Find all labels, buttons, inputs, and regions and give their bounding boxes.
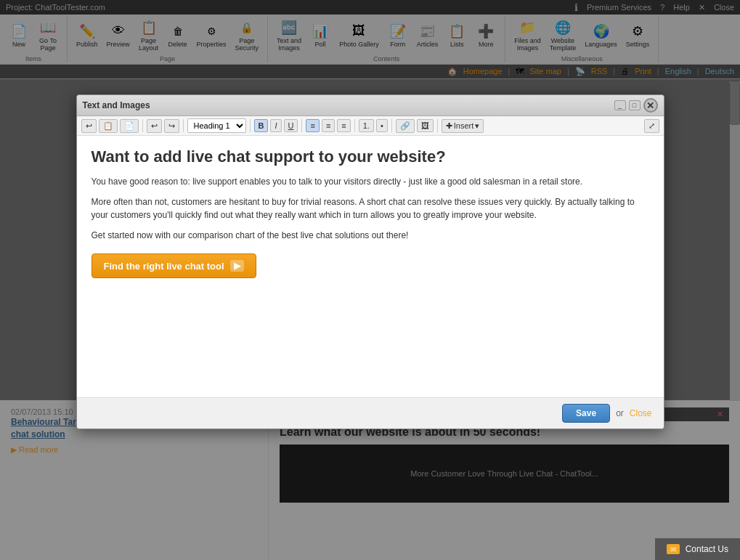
modal-title: Text and Images xyxy=(83,100,150,110)
modal-controls: _ □ ✕ xyxy=(614,98,658,113)
align-left-button[interactable]: ≡ xyxy=(306,119,319,132)
align-right-button[interactable]: ≡ xyxy=(337,119,350,132)
toolbar-separator-2 xyxy=(183,119,184,132)
toolbar-separator-6 xyxy=(391,119,392,132)
editor-content[interactable]: Want to add live chat support to your we… xyxy=(77,136,664,397)
contact-label: Contact Us xyxy=(686,544,728,554)
unordered-list-button[interactable]: • xyxy=(376,119,388,132)
close-footer-link[interactable]: Close xyxy=(630,408,652,418)
content-paragraph-1: You have good reason to: live support en… xyxy=(92,175,649,188)
modal-footer: Save or Close xyxy=(77,397,664,429)
cta-arrow-icon: ▶ xyxy=(230,260,244,272)
content-heading: Want to add live chat support to your we… xyxy=(92,147,649,166)
contact-icon: ✉ xyxy=(667,544,680,554)
modal-maximize-button[interactable]: □ xyxy=(629,100,641,110)
contact-us-button[interactable]: ✉ Contact Us xyxy=(655,538,740,560)
italic-button[interactable]: I xyxy=(270,119,281,132)
toolbar-separator-3 xyxy=(250,119,251,132)
toolbar-separator-4 xyxy=(301,119,302,132)
redo2-button[interactable]: ↪ xyxy=(164,119,179,133)
toolbar-separator-1 xyxy=(142,119,143,132)
modal-close-button[interactable]: ✕ xyxy=(643,98,658,113)
ordered-list-button[interactable]: 1. xyxy=(359,119,374,132)
redo-button[interactable]: ↩ xyxy=(147,119,162,133)
undo2-button[interactable]: 📋 xyxy=(99,119,118,133)
format-select[interactable]: Heading 1 Heading 2 Heading 3 Normal xyxy=(187,118,246,133)
text-images-modal: Text and Images _ □ ✕ ↩ 📋 📄 ↩ ↪ Heading … xyxy=(76,94,664,429)
modal-overlay: Text and Images _ □ ✕ ↩ 📋 📄 ↩ ↪ Heading … xyxy=(0,0,740,560)
insert-icon: ✚ xyxy=(446,121,452,131)
modal-minimize-button[interactable]: _ xyxy=(614,100,626,110)
insert-label: Insert xyxy=(454,121,474,130)
cta-button-label: Find the right live chat tool xyxy=(104,261,224,272)
link-button[interactable]: 🔗 xyxy=(396,119,415,133)
editor-toolbar: ↩ 📋 📄 ↩ ↪ Heading 1 Heading 2 Heading 3 … xyxy=(77,116,664,136)
underline-button[interactable]: U xyxy=(284,119,298,132)
image-button[interactable]: 🖼 xyxy=(417,119,434,132)
content-paragraph-3: Get started now with our comparison char… xyxy=(92,229,649,242)
undo-button[interactable]: ↩ xyxy=(81,119,97,133)
copy-button[interactable]: 📄 xyxy=(120,119,139,133)
modal-title-bar: Text and Images _ □ ✕ xyxy=(77,95,664,116)
expand-button[interactable]: ⤢ xyxy=(644,119,659,133)
insert-arrow-icon: ▾ xyxy=(475,121,479,131)
align-center-button[interactable]: ≡ xyxy=(322,119,335,132)
save-button[interactable]: Save xyxy=(562,404,610,423)
or-label: or xyxy=(616,408,624,418)
content-paragraph-2: More often than not, customers are hesit… xyxy=(92,195,649,222)
insert-button[interactable]: ✚ Insert ▾ xyxy=(442,119,484,133)
toolbar-separator-7 xyxy=(437,119,438,132)
toolbar-separator-5 xyxy=(354,119,355,132)
cta-button[interactable]: Find the right live chat tool ▶ xyxy=(92,253,256,278)
bold-button[interactable]: B xyxy=(254,119,269,132)
